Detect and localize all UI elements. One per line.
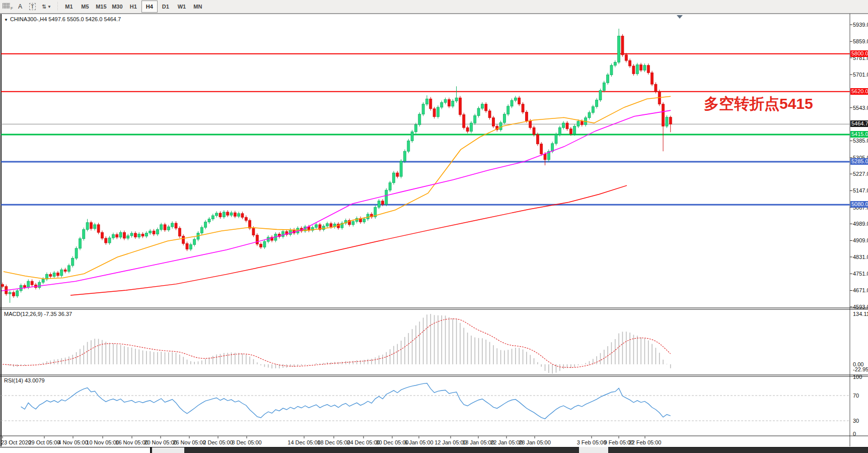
rsi-line — [21, 383, 671, 419]
chart-window: ▼CHINA300-,H4 5497.6 5505.0 5426.0 5464.… — [0, 14, 868, 453]
toolbar: F A T ⇅ ▼ M1M5M15M30H1H4D1W1MN — [0, 0, 868, 14]
macd-axis-label: 134.11 — [853, 311, 868, 317]
macd-label: MACD(12,26,9) -7.35 36.37 — [4, 311, 72, 317]
price-axis-label: 4671.0 — [853, 287, 868, 293]
date-axis-label: 6 Jan 05:00 — [404, 439, 433, 445]
date-axis-label: 24 Dec 05:00 — [347, 439, 380, 445]
date-axis-label: 2 Dec 05:00 — [203, 439, 233, 445]
macd-axis-label: -22.95 — [853, 366, 868, 372]
price-badge: 5415.0 — [850, 131, 868, 138]
rsi-axis-label: 100 — [853, 374, 862, 380]
macd-signal-line — [3, 319, 671, 368]
cursor-arrows-button[interactable]: ⇅ ▼ — [39, 2, 54, 12]
macd-histogram — [3, 314, 671, 373]
price-axis-label: 5543.0 — [853, 105, 868, 111]
grid-dots-icon — [3, 3, 10, 9]
timeframe-button-group: M1M5M15M30H1H4D1W1MN — [61, 1, 206, 13]
bottom-strip-segment — [579, 447, 608, 453]
grid-f-letter: F — [11, 6, 13, 11]
ma-mid-line — [2, 110, 671, 291]
rsi-axis-label: 30 — [853, 418, 859, 424]
date-axis-label: 22 Feb 05:00 — [629, 439, 662, 445]
date-axis-label: 16 Nov 05:00 — [115, 439, 148, 445]
date-axis-label: 20 Nov 05:00 — [144, 439, 177, 445]
cursor-arrows-icon: ⇅ — [42, 4, 46, 10]
timeframe-button-d1[interactable]: D1 — [158, 1, 174, 13]
date-axis-label: 14 Dec 05:00 — [287, 439, 320, 445]
date-axis-label: 30 Dec 05:00 — [376, 439, 408, 445]
price-axis-label: 5939.0 — [853, 22, 868, 28]
chart-canvas[interactable] — [0, 14, 868, 453]
mt4-terminal: F A T ⇅ ▼ M1M5M15M30H1H4D1W1MN ▼CHINA300… — [0, 0, 868, 453]
ma-slow-line — [70, 185, 627, 295]
subwindow-collapse-icon[interactable] — [677, 15, 683, 19]
price-badge: 5464.7 — [850, 120, 868, 127]
date-axis-label: 10 Nov 05:00 — [86, 439, 119, 445]
price-badge: 5620.0 — [850, 88, 868, 95]
price-badge: 5800.0 — [850, 50, 868, 57]
date-axis-label: 18 Jan 05:00 — [462, 439, 494, 445]
rsi-axis-label: 0 — [853, 431, 856, 437]
annotation-text: 多空转折点5415 — [704, 94, 813, 114]
chart-title-text: CHINA300-,H4 5497.6 5505.0 5426.0 5464.7 — [10, 16, 121, 22]
letter-a-icon: A — [18, 3, 22, 10]
timeframe-button-m15[interactable]: M15 — [93, 1, 109, 13]
price-badge: 5080.0 — [850, 201, 868, 208]
chart-title: ▼CHINA300-,H4 5497.6 5505.0 5426.0 5464.… — [4, 16, 121, 22]
date-axis-label: 8 Dec 05:00 — [232, 439, 261, 445]
price-axis-label: 5701.0 — [853, 72, 868, 78]
price-axis-label: 5859.0 — [853, 38, 868, 44]
price-axis-label: 4909.0 — [853, 237, 868, 243]
toolbar-separator — [56, 2, 59, 11]
timeframe-button-h1[interactable]: H1 — [125, 1, 141, 13]
chart-grid-f-icon[interactable]: F — [1, 2, 14, 11]
date-axis-label: 18 Dec 05:00 — [317, 439, 350, 445]
date-axis-label: 23 Oct 2020 — [1, 439, 31, 445]
price-axis-label: 4989.0 — [853, 221, 868, 227]
text-tool-icon: T — [29, 3, 36, 10]
price-axis-label: 5147.0 — [853, 187, 868, 193]
price-axis-label: 4593.0 — [853, 304, 868, 310]
price-axis-label: 4831.0 — [853, 254, 868, 260]
rsi-label: RSI(14) 43.0079 — [4, 377, 45, 383]
rsi-axis-label: 70 — [853, 393, 859, 399]
timeframe-button-mn[interactable]: MN — [190, 1, 206, 13]
ma-fast-line — [4, 96, 671, 279]
price-badge: 5285.0 — [850, 158, 868, 165]
date-axis-label: 28 Jan 05:00 — [519, 439, 551, 445]
timeframe-button-h4[interactable]: H4 — [141, 1, 158, 13]
bottom-strip-segment — [152, 447, 184, 453]
date-axis-label: 3 Feb 05:00 — [577, 439, 607, 445]
chart-collapse-icon[interactable]: ▼ — [4, 18, 8, 22]
price-axis-label: 5385.0 — [853, 138, 868, 144]
bottom-strip-segment — [0, 447, 151, 453]
timeframe-button-m30[interactable]: M30 — [109, 1, 125, 13]
date-axis-label: 22 Jan 05:00 — [490, 439, 523, 445]
text-tool-button[interactable]: T — [27, 2, 38, 12]
date-axis-label: 29 Oct 05:00 — [29, 439, 60, 445]
letter-a-tool-button[interactable]: A — [15, 2, 26, 12]
price-axis-label: 5227.0 — [853, 171, 868, 177]
date-axis-label: 4 Nov 05:00 — [58, 439, 88, 445]
chevron-down-icon: ▼ — [47, 5, 51, 9]
timeframe-button-m5[interactable]: M5 — [77, 1, 93, 13]
candlestick-layer — [2, 29, 672, 303]
date-axis-label: 26 Nov 05:00 — [173, 439, 205, 445]
timeframe-button-m1[interactable]: M1 — [61, 1, 77, 13]
price-axis-label: 4751.0 — [853, 271, 868, 277]
timeframe-button-w1[interactable]: W1 — [174, 1, 190, 13]
